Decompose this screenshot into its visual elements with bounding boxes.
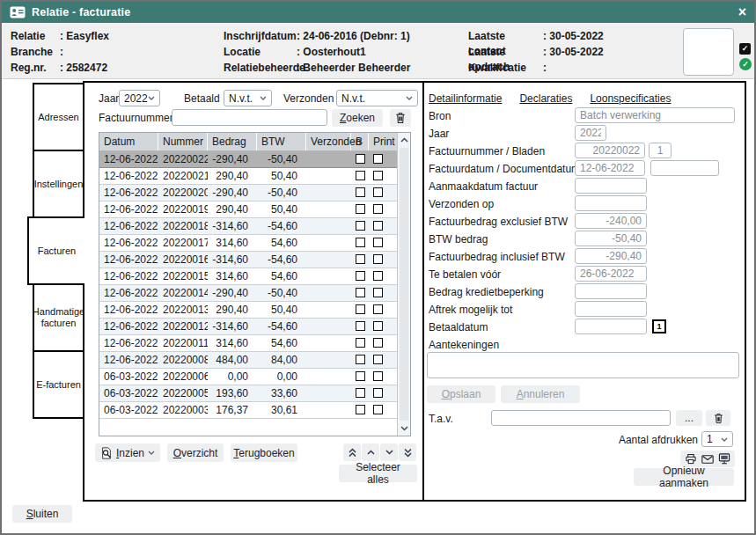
b-checkbox[interactable] [356, 238, 365, 247]
aantekeningen-textarea[interactable] [427, 352, 739, 378]
b-checkbox[interactable] [356, 355, 365, 364]
aftrek-input[interactable] [575, 301, 647, 317]
print-checkbox[interactable] [373, 204, 383, 214]
betaaldatum-input[interactable] [575, 319, 647, 334]
table-row[interactable]: 12-06-2022 20220022 -290,40 -50,40 [99, 151, 410, 168]
col-header-b[interactable]: B [351, 133, 369, 150]
active-checkbox[interactable]: ✓ [739, 43, 751, 55]
b-checkbox[interactable] [356, 388, 365, 398]
tab-adressen[interactable]: Adressen [33, 83, 84, 151]
print-checkbox[interactable] [373, 355, 383, 364]
verzonden-select[interactable]: N.v.t. [336, 90, 418, 106]
b-checkbox[interactable] [356, 254, 365, 264]
b-checkbox[interactable] [356, 171, 365, 180]
b-checkbox[interactable] [356, 321, 365, 331]
table-row[interactable]: 06-03-2022 20220005 193,60 33,60 [99, 385, 410, 402]
jaar-select[interactable]: 2022 [119, 90, 160, 106]
table-row[interactable]: 12-06-2022 20220016 -314,60 -54,60 [99, 252, 410, 268]
table-row[interactable]: 12-06-2022 20220013 290,40 50,40 [99, 302, 410, 319]
table-row[interactable]: 06-03-2022 20220003 176,37 30,61 [99, 402, 410, 419]
tav-input[interactable] [491, 410, 671, 426]
tab-instellingen[interactable]: Instellingen [33, 150, 84, 218]
scroll-down-icon[interactable] [398, 421, 410, 436]
b-checkbox[interactable] [356, 221, 365, 231]
print-checkbox[interactable] [373, 238, 383, 247]
excl-btw-input[interactable] [575, 213, 647, 229]
table-row[interactable]: 12-06-2022 20220018 -314,60 -54,60 [99, 218, 410, 235]
b-checkbox[interactable] [356, 405, 365, 414]
table-row[interactable]: 12-06-2022 20220020 -290,40 -50,40 [99, 185, 410, 202]
table-row[interactable]: 12-06-2022 20220008 484,00 84,00 [99, 352, 410, 369]
print-checkbox[interactable] [373, 388, 383, 398]
tav-browse-button[interactable]: ... [676, 410, 702, 426]
b-checkbox[interactable] [356, 154, 365, 164]
selecteer-alles-button[interactable]: Selecteer alles [339, 465, 417, 482]
annuleren-button[interactable]: Annuleren [501, 385, 580, 403]
link-declaraties[interactable]: Declaraties [519, 92, 572, 105]
row-up-button[interactable] [362, 443, 379, 461]
table-scrollbar[interactable] [397, 133, 410, 436]
link-loonspecificaties[interactable]: Loonspecificaties [590, 92, 671, 105]
row-down-button[interactable] [380, 443, 398, 461]
print-checkbox[interactable] [373, 154, 383, 164]
scrollbar-thumb[interactable] [400, 148, 408, 421]
b-checkbox[interactable] [356, 187, 365, 197]
b-checkbox[interactable] [356, 338, 365, 348]
factuurnummer-input[interactable] [172, 109, 327, 126]
documentdatum-input[interactable] [650, 160, 719, 176]
table-row[interactable]: 12-06-2022 20220015 314,60 54,60 [99, 268, 410, 285]
kredietbeperking-input[interactable] [575, 283, 647, 299]
factuurnummer-detail-input[interactable] [575, 143, 645, 158]
aanmaakdatum-input[interactable] [575, 178, 647, 194]
col-header-btw[interactable]: BTW [257, 133, 306, 150]
col-header-bedrag[interactable]: Bedrag [208, 133, 257, 150]
tab-facturen[interactable]: Facturen [27, 216, 84, 285]
b-checkbox[interactable] [356, 304, 365, 314]
col-header-verzonden[interactable]: Verzonden [306, 133, 351, 150]
table-row[interactable]: 12-06-2022 20220011 314,60 54,60 [99, 335, 410, 352]
jump-first-button[interactable] [343, 443, 361, 461]
jump-last-button[interactable] [399, 443, 416, 461]
tab-handmatige-facturen[interactable]: Handmatige facturen [33, 283, 84, 352]
col-header-nummer[interactable]: Nummer [158, 133, 208, 150]
sluiten-button[interactable]: Sluiten [12, 505, 72, 523]
print-checkbox[interactable] [373, 271, 383, 281]
zoeken-button[interactable]: Zoeken [332, 109, 383, 127]
scroll-up-icon[interactable] [398, 133, 410, 147]
tav-clear-button[interactable] [706, 410, 730, 426]
opnieuw-aanmaken-button[interactable]: Opnieuw aanmaken [634, 468, 734, 486]
print-checkbox[interactable] [373, 321, 383, 331]
print-checkbox[interactable] [373, 371, 383, 381]
print-checkbox[interactable] [373, 187, 383, 197]
print-checkbox[interactable] [373, 221, 383, 231]
opslaan-button[interactable]: Opslaan [427, 385, 495, 403]
link-detailinformatie[interactable]: Detailinformatie [429, 92, 502, 105]
incl-btw-input[interactable] [575, 248, 647, 264]
terugboeken-button[interactable]: Terugboeken [231, 443, 297, 462]
print-checkbox[interactable] [373, 171, 383, 180]
inzien-button[interactable]: Inzien [95, 443, 160, 462]
betaald-select[interactable]: N.v.t. [224, 90, 272, 106]
bladen-input[interactable] [649, 143, 672, 158]
te-betalen-input[interactable] [575, 266, 647, 282]
print-checkbox[interactable] [373, 405, 383, 414]
clear-search-button[interactable] [390, 109, 411, 127]
table-row[interactable]: 12-06-2022 20220019 290,40 50,40 [99, 202, 410, 218]
table-row[interactable]: 12-06-2022 20220014 -290,40 -50,40 [99, 285, 410, 302]
factuurdatum-input[interactable] [575, 160, 645, 176]
calendar-icon[interactable]: 1 [652, 319, 666, 333]
b-checkbox[interactable] [356, 371, 365, 381]
col-header-datum[interactable]: Datum [99, 133, 158, 150]
bron-input[interactable] [575, 107, 735, 123]
tab-e-facturen[interactable]: E-facturen [33, 350, 84, 419]
col-header-print[interactable]: Print [369, 133, 397, 150]
print-checkbox[interactable] [373, 304, 383, 314]
jaar-detail-input[interactable] [575, 125, 606, 141]
table-row[interactable]: 12-06-2022 20220021 290,40 50,40 [99, 168, 410, 185]
table-row[interactable]: 12-06-2022 20220012 -314,60 -54,60 [99, 319, 410, 335]
b-checkbox[interactable] [356, 288, 365, 297]
btw-bedrag-input[interactable] [575, 231, 647, 246]
b-checkbox[interactable] [356, 204, 365, 214]
overzicht-button[interactable]: Overzicht [167, 443, 224, 462]
print-checkbox[interactable] [373, 288, 383, 297]
